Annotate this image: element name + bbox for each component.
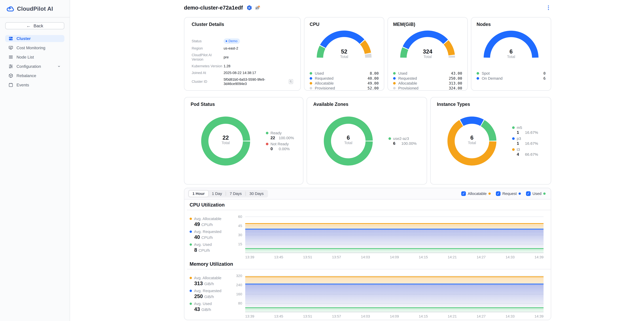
x-axis-label: 14:33 bbox=[506, 255, 514, 259]
y-axis-label: 320 bbox=[233, 274, 242, 278]
stat-group: Avg. Allocatable313 GiB/h bbox=[190, 276, 233, 287]
gauge-total-value: 324 bbox=[398, 49, 458, 54]
sidebar-item-configuration[interactable]: Configuration bbox=[5, 63, 64, 70]
time-range-1-day[interactable]: 1 Day bbox=[208, 191, 226, 197]
cluster-details-card: Cluster Details StatusDemoRegionus-east-… bbox=[184, 17, 301, 91]
legend-label: Provisioned bbox=[398, 86, 418, 90]
x-axis-label: 14:39 bbox=[534, 255, 544, 259]
nodes-gauge: 6Total bbox=[481, 28, 541, 60]
gauge-total-caption: Total bbox=[481, 54, 541, 59]
card-title: Instance Types bbox=[437, 102, 544, 107]
stat-group: Avg. Requested40 CPU/h bbox=[190, 229, 233, 241]
legend-row: Provisioned324.00 bbox=[393, 86, 462, 91]
sidebar-item-rebalance[interactable]: Rebalance bbox=[5, 72, 64, 79]
stat-group: Avg. Allocatable49 CPU/h bbox=[190, 216, 233, 228]
sidebar-item-cost-monitoring[interactable]: Cost Monitoring bbox=[5, 44, 64, 51]
legend-label: Allocatable bbox=[398, 81, 417, 86]
legend-row: Allocatable49.00 bbox=[310, 81, 379, 86]
card-title: Nodes bbox=[476, 22, 546, 27]
svg-text:K: K bbox=[248, 7, 250, 9]
detail-value: 5f0d81b0-6a53-5590-9fe9-3d46ce9094e3 bbox=[224, 77, 293, 86]
legend-row: Allocatable313.00 bbox=[393, 81, 462, 86]
time-range-30-days[interactable]: 30 Days bbox=[246, 191, 267, 197]
checkbox-checked-icon: ✓ bbox=[526, 191, 531, 196]
sidebar-item-cluster[interactable]: Cluster bbox=[5, 35, 64, 42]
legend-entry: p3116.67% bbox=[512, 136, 538, 146]
legend-entry: Not Ready00.00% bbox=[266, 142, 294, 151]
legend-entry: m5116.67% bbox=[512, 125, 538, 135]
card-title: Pod Status bbox=[190, 102, 297, 107]
card-title: Available Zones bbox=[313, 102, 420, 107]
requested-band bbox=[245, 229, 544, 248]
stat-group: Avg. Used43 GiB/h bbox=[190, 301, 233, 313]
gauge-legend: Used8.00Requested40.00Allocatable49.00Pr… bbox=[310, 71, 379, 91]
cloudpilot-logo-icon bbox=[6, 5, 14, 13]
legend-row: Requested40.00 bbox=[310, 76, 379, 81]
gauge-center-label: 324Total bbox=[398, 49, 458, 59]
time-range-1-hour[interactable]: 1 Hour bbox=[189, 191, 208, 197]
donut-legend: Ready22100.00%Not Ready00.00% bbox=[266, 131, 294, 151]
copy-cluster-id-button[interactable] bbox=[289, 79, 293, 84]
section-body: Avg. Allocatable49 CPU/hAvg. Requested40… bbox=[188, 211, 544, 259]
legend-entry-label: t3 bbox=[512, 147, 538, 152]
back-arrow-icon: ← bbox=[26, 24, 31, 28]
detail-value: us-east-2 bbox=[224, 46, 238, 51]
legend-row: Requested250.00 bbox=[393, 76, 462, 81]
summary-row: Cluster Details StatusDemoRegionus-east-… bbox=[184, 17, 551, 91]
kebab-menu-icon[interactable] bbox=[546, 5, 551, 11]
x-axis-label: 14:15 bbox=[419, 255, 428, 259]
sidebar-item-label: Events bbox=[16, 83, 29, 87]
y-axis-label: 160 bbox=[233, 292, 242, 296]
panel-header: 1 Hour1 Day7 Days30 Days ✓Allocatable✓Re… bbox=[184, 188, 551, 200]
detail-value: pre bbox=[224, 55, 228, 60]
detail-value: 1.28 bbox=[224, 64, 230, 68]
memory-card: MEM(GiB)324TotalUsed43.00Requested250.00… bbox=[388, 17, 468, 91]
gauge-total-caption: Total bbox=[398, 54, 458, 59]
series-color-dot bbox=[543, 192, 546, 195]
stat-dot bbox=[190, 243, 192, 246]
x-axis-label: 14:27 bbox=[477, 255, 486, 259]
sidebar-item-label: Rebalance bbox=[16, 73, 36, 78]
card-title: Cluster Details bbox=[192, 22, 293, 27]
section-divider bbox=[187, 269, 551, 269]
time-range-7-days[interactable]: 7 Days bbox=[226, 191, 245, 197]
donut-center-label: 22Total bbox=[201, 135, 250, 145]
toggle-allocatable[interactable]: ✓Allocatable bbox=[461, 191, 491, 196]
toggle-used[interactable]: ✓Used bbox=[526, 191, 546, 196]
svg-text:!: ! bbox=[259, 6, 259, 7]
sidebar-divider bbox=[0, 17, 70, 18]
series-toggles: ✓Allocatable✓Request✓Used bbox=[461, 191, 546, 196]
series-color-dot bbox=[488, 192, 491, 195]
x-axis-label: 13:45 bbox=[274, 255, 283, 259]
detail-value: 2025-08-22 14:38:17 bbox=[224, 71, 256, 75]
toggle-request[interactable]: ✓Request bbox=[496, 191, 521, 196]
stat-value: 313 GiB/h bbox=[194, 280, 233, 287]
legend-label: Spot bbox=[482, 71, 490, 76]
sidebar-item-events[interactable]: Events bbox=[5, 82, 64, 88]
stat-group: Avg. Used8 CPU/h bbox=[190, 242, 233, 254]
back-button[interactable]: ← Back bbox=[5, 22, 64, 29]
donut-body: 22TotalReady22100.00%Not Ready00.00% bbox=[190, 116, 297, 166]
logo: CloudPilot AI bbox=[5, 5, 64, 13]
stat-label: Avg. Used bbox=[190, 242, 233, 247]
legend-label: Requested bbox=[398, 76, 417, 81]
checkbox-checked-icon: ✓ bbox=[461, 191, 466, 196]
y-axis-label: 15 bbox=[233, 242, 242, 246]
plot-area: 32024016080 bbox=[245, 276, 544, 312]
legend-row: Used8.00 bbox=[310, 71, 379, 76]
toggle-label: Request bbox=[502, 191, 517, 196]
sidebar: CloudPilot AI ← Back ClusterCost Monitor… bbox=[0, 0, 70, 321]
section-stats: Avg. Allocatable49 CPU/hAvg. Requested40… bbox=[188, 211, 233, 259]
requested-band bbox=[245, 284, 544, 307]
gauge-total-value: 6 bbox=[481, 49, 541, 54]
y-axis-label: 60 bbox=[233, 215, 242, 219]
nodes-card: Nodes6TotalSpot0On Demand6 bbox=[471, 17, 551, 91]
stat-unit: CPU/h bbox=[198, 248, 210, 252]
sidebar-item-node-list[interactable]: Node List bbox=[5, 54, 64, 61]
legend-entry-value: 116.67% bbox=[517, 141, 538, 146]
legend-value: 6 bbox=[544, 76, 546, 81]
time-range-control: 1 Hour1 Day7 Days30 Days bbox=[188, 190, 268, 197]
kubernetes-icon: K bbox=[246, 5, 252, 11]
legend-dot bbox=[266, 132, 268, 134]
legend-dot bbox=[310, 87, 312, 90]
